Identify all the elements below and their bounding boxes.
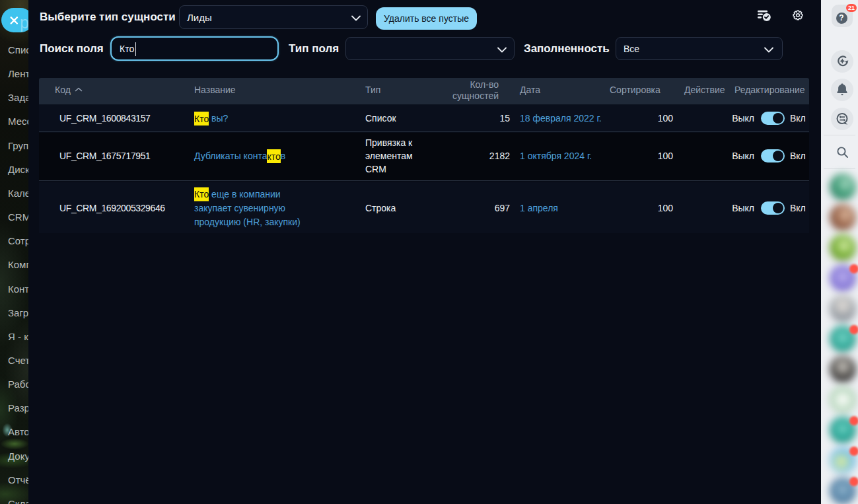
svg-text:р: р: [20, 13, 29, 32]
